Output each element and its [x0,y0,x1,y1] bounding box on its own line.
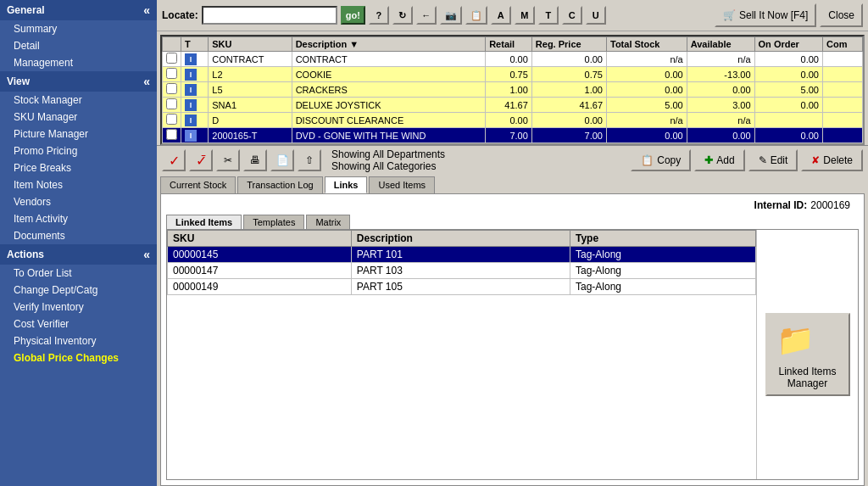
t-button[interactable]: T [538,6,559,25]
col-com: Com [822,37,862,52]
linked-col-description: Description [351,231,570,247]
sidebar-item-change-dept-catg[interactable]: Change Dept/Catg [0,282,157,299]
col-description: Description ▼ [292,37,485,52]
manager-label: Linked Items Manager [776,366,840,389]
dept-info: Showing All Departments Showing All Cate… [331,148,627,172]
info-button[interactable]: I [185,130,197,142]
linked-table-row[interactable]: 00000145 PART 101 Tag-Along [168,247,756,263]
main-content: Locate: go! ? ↻ ← 📷 📋 A M T C U 🛒 Sell I… [157,0,868,486]
tab-current-stock[interactable]: Current Stock [160,176,236,193]
document-button[interactable]: 📄 [270,149,294,171]
info-button[interactable]: I [185,115,197,126]
linked-table-area[interactable]: SKU Description Type 00000145 PART 101 T… [167,230,756,479]
row-checkbox[interactable] [166,83,177,94]
sidebar-item-documents[interactable]: Documents [0,227,157,244]
col-total-stock: Total Stock [607,37,687,52]
table-row[interactable]: I DDISCOUNT CLEARANCE 0.000.00 n/an/a [163,113,863,128]
linked-items-manager-button[interactable]: 📁 Linked Items Manager [765,313,850,396]
sidebar-section-general-collapse[interactable]: « [143,3,150,17]
tab-links[interactable]: Links [325,176,368,193]
sub-tab-templates[interactable]: Templates [243,215,304,229]
table-row[interactable]: I L2COOKIE 0.750.75 0.00-13.00 0.00 [163,67,863,82]
info-button[interactable]: I [185,69,197,81]
sell-it-now-button[interactable]: 🛒 Sell It Now [F4] [715,3,816,27]
checkmark-icon: ✓ [169,153,180,169]
upload-button[interactable]: ⇧ [298,149,321,171]
scissors-button[interactable]: ✂ [216,149,240,171]
sidebar-section-actions-label: Actions [7,249,44,260]
sell-icon: 🛒 [723,9,736,21]
camera-button[interactable]: 📷 [440,6,462,25]
row-checkbox[interactable] [166,129,177,140]
sidebar-item-summary[interactable]: Summary [0,20,157,37]
delete-button[interactable]: ✘ Delete [801,149,863,171]
sidebar-item-management[interactable]: Management [0,54,157,71]
row-checkbox[interactable] [166,53,177,64]
table-row[interactable]: I SNA1DELUXE JOYSTICK 41.6741.67 5.003.0… [163,98,863,113]
sidebar-item-sku-manager[interactable]: SKU Manager [0,109,157,126]
m-button[interactable]: M [515,6,535,25]
table-row[interactable]: I CONTRACTCONTRACT 0.000.00 n/an/a 0.00 [163,52,863,67]
sidebar-item-to-order-list[interactable]: To Order List [0,265,157,282]
sidebar-item-physical-inventory[interactable]: Physical Inventory [0,332,157,349]
close-button[interactable]: Close [820,3,863,27]
copy-button[interactable]: 📋 Copy [631,149,691,171]
item-table: T SKU Description ▼ Retail Reg. Price To… [162,36,863,143]
col-reg-price: Reg. Price [531,37,606,52]
tab-transaction-log[interactable]: Transaction Log [237,176,322,193]
sidebar-item-item-notes[interactable]: Item Notes [0,176,157,193]
tab-used-items[interactable]: Used Items [369,176,435,193]
sidebar-section-actions: Actions « [0,244,157,265]
row-checkbox[interactable] [166,114,177,125]
row-checkbox[interactable] [166,68,177,79]
c-button[interactable]: C [562,6,582,25]
info-button[interactable]: I [185,99,197,111]
sidebar-item-promo-pricing[interactable]: Promo Pricing [0,142,157,159]
sidebar-section-actions-collapse[interactable]: « [143,248,150,261]
sidebar-item-global-price-changes[interactable]: Global Price Changes [0,349,157,366]
sidebar-section-view: View « [0,71,157,92]
row-checkbox[interactable] [166,98,177,109]
item-table-scroll[interactable]: T SKU Description ▼ Retail Reg. Price To… [162,36,863,143]
checkmark-button[interactable]: ✓ [162,149,186,171]
sub-tab-matrix[interactable]: Matrix [306,215,350,229]
internal-id-value: 2000169 [810,199,850,211]
print-button[interactable]: 🖶 [243,149,267,171]
a-button[interactable]: A [491,6,511,25]
add-button[interactable]: ✚ Add [694,149,744,171]
u-button[interactable]: U [586,6,606,25]
linked-sku: 00000149 [168,279,352,295]
sell-label: Sell It Now [F4] [739,9,808,21]
uncheck-icon: ✓̄ [196,153,207,169]
edit-button[interactable]: ✎ Edit [748,149,798,171]
sidebar-item-cost-verifier[interactable]: Cost Verifier [0,316,157,332]
sidebar-item-item-activity[interactable]: Item Activity [0,210,157,227]
sidebar-item-price-breaks[interactable]: Price Breaks [0,159,157,176]
table-row[interactable]: I L5CRACKERS 1.001.00 0.000.00 5.00 [163,82,863,98]
uncheck-button[interactable]: ✓̄ [189,149,213,171]
sidebar-item-detail[interactable]: Detail [0,37,157,54]
locate-input[interactable] [202,6,337,25]
sidebar-section-general: General « [0,0,157,20]
table-row[interactable]: I 2000165-TDVD - GONE WITH THE WIND 7.00… [163,128,863,143]
sidebar-item-stock-manager[interactable]: Stock Manager [0,92,157,109]
sidebar-item-vendors[interactable]: Vendors [0,193,157,210]
refresh-button[interactable]: ↻ [392,6,413,25]
help-button[interactable]: ? [369,6,389,25]
sidebar-item-verify-inventory[interactable]: Verify Inventory [0,299,157,316]
linked-sku: 00000147 [168,263,352,279]
linked-table-row[interactable]: 00000149 PART 105 Tag-Along [168,279,756,295]
go-button[interactable]: go! [341,6,365,25]
sub-tab-linked-items[interactable]: Linked Items [166,215,242,229]
info-button[interactable]: I [185,84,197,96]
clipboard-button[interactable]: 📋 [465,6,487,25]
linked-table-row[interactable]: 00000147 PART 103 Tag-Along [168,263,756,279]
dept-line2: Showing All Categories [331,160,627,172]
sidebar-section-view-collapse[interactable]: « [143,75,150,88]
back-button[interactable]: ← [416,6,437,25]
folder-icon: 📁 [776,322,815,358]
sidebar-item-picture-manager[interactable]: Picture Manager [0,126,157,142]
info-button[interactable]: I [185,53,197,65]
sidebar-section-view-label: View [7,75,30,87]
linked-table: SKU Description Type 00000145 PART 101 T… [167,230,756,295]
